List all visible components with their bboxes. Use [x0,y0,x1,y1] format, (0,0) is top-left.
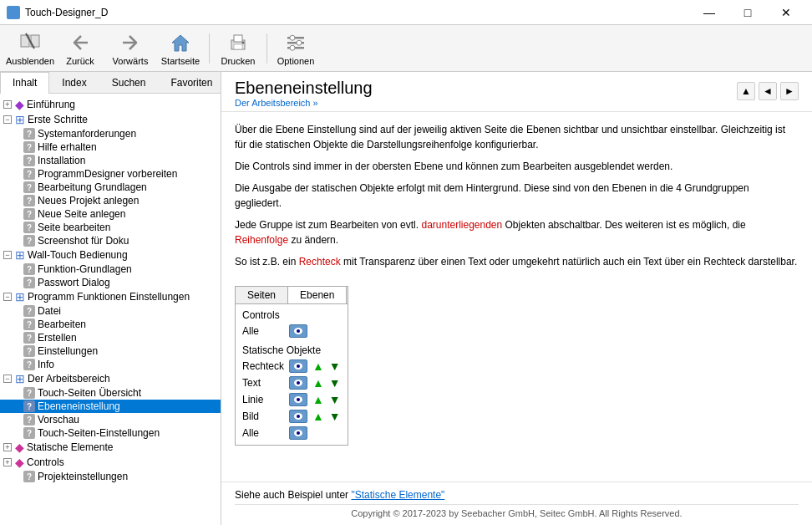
folder-icon-der-arbeitsbereich: ⊞ [15,372,25,385]
expand-erste-schritte[interactable]: − [3,115,12,124]
breadcrumb[interactable]: Der Arbeitsbereich » [235,98,373,108]
label-info: Info [38,359,54,370]
nav-forward-button[interactable]: ► [780,82,799,100]
expand-programm-funktionen[interactable]: − [3,293,12,301]
q-icon-hilfe: ? [23,141,35,153]
svg-point-9 [242,41,245,43]
tree-item-projekteinstellungen[interactable]: ? Projekteinstellungen [0,470,221,483]
zuruck-button[interactable]: Zurück [57,28,104,69]
expand-einfuhrung[interactable]: + [3,100,12,109]
label-bearbeitung: Bearbeitung Grundlagen [38,181,147,193]
tree-item-bearbeiten[interactable]: ? Bearbeiten [0,318,221,331]
arrow-up-bild[interactable]: ▲ [312,410,324,422]
tree-item-erstellen[interactable]: ? Erstellen [0,331,221,344]
section-label-controls: Controls [239,308,344,323]
minimize-button[interactable]: — [690,0,728,25]
folder-icon-controls: ◆ [15,456,24,469]
optionen-button[interactable]: Optionen [272,28,319,69]
expand-controls[interactable]: + [3,458,12,466]
tab-index[interactable]: Index [49,72,99,93]
q-icon-programmdesigner: ? [23,168,35,180]
tree-item-ebeneneinstellung[interactable]: ? Ebeneneinstellung [0,400,221,413]
expand-wall-touch[interactable]: − [3,251,12,259]
tree-item-touch-seiten[interactable]: ? Touch-Seiten Übersicht [0,386,221,400]
toolbar-separator-1 [209,33,210,64]
tree-item-touch-seiten-einstellungen[interactable]: ? Touch-Seiten-Einstellungen [0,426,221,440]
label-neue-seite: Neue Seite anlegen [38,208,125,220]
window-title: Touch-Designer_D [25,7,108,18]
eye-icon-rechteck[interactable] [289,359,307,373]
label-funktion-grundlagen: Funktion-Grundlagen [38,263,132,275]
tree-item-neue-seite[interactable]: ? Neue Seite anlegen [0,207,221,221]
tree-item-installation[interactable]: ? Installation [0,154,221,167]
tree-item-wall-touch[interactable]: − ⊞ Wall-Touch Bedienung [0,247,221,262]
svg-point-13 [290,35,295,40]
label-systemanforderungen: Systemanforderungen [38,128,136,140]
tree-item-screenshot[interactable]: ? Screenshot für Doku [0,234,221,247]
eye-pupil-bild [297,415,300,418]
arrow-down-bild[interactable]: ▼ [329,410,341,422]
eye-icon-alle[interactable] [289,426,307,440]
tab-favoriten[interactable]: Favoriten [158,72,225,93]
tree-item-passwort[interactable]: ? Passwort Dialog [0,276,221,289]
tree-item-info[interactable]: ? Info [0,358,221,371]
eye-pupil-alle [297,431,300,435]
eye-pupil-linie [297,398,300,401]
drucken-icon [226,31,250,54]
footer-copyright: Copyright © 2017-2023 by Seebacher GmbH,… [235,504,799,518]
main-area: Inhalt Index Suchen Favoriten + ◆ Einfüh… [0,72,812,525]
nav-up-button[interactable]: ▲ [737,82,755,100]
drucken-button[interactable]: Drucken [215,28,261,69]
tree-item-bearbeitung[interactable]: ? Bearbeitung Grundlagen [0,181,221,194]
tree-item-der-arbeitsbereich[interactable]: − ⊞ Der Arbeitsbereich [0,371,221,386]
optionen-icon [284,31,307,54]
tab-inhalt[interactable]: Inhalt [0,72,49,94]
maximize-button[interactable]: □ [728,0,767,25]
arrow-down-rechteck[interactable]: ▼ [329,360,341,372]
tree-item-statische-elemente[interactable]: + ◆ Statische Elemente [0,440,221,455]
startseite-button[interactable]: Startseite [157,28,204,69]
toolbar: Ausblenden Zurück Vorwärts Startseite [0,25,812,72]
tree-item-programm-funktionen[interactable]: − ⊞ Programm Funktionen Einstellungen [0,289,221,304]
tree-item-erste-schritte[interactable]: − ⊞ Erste Schritte [0,112,221,127]
eye-icon-linie[interactable] [289,393,307,406]
table-tab-ebenen[interactable]: Ebenen [288,287,347,303]
arrow-up-linie[interactable]: ▲ [312,394,324,405]
label-passwort: Passwort Dialog [38,277,110,288]
tree-item-seite-bearbeiten[interactable]: ? Seite bearbeiten [0,221,221,234]
tree-item-datei[interactable]: ? Datei [0,304,221,318]
tree-item-hilfe[interactable]: ? Hilfe erhalten [0,140,221,154]
eye-icon-controls-alle[interactable] [289,324,307,338]
expand-statische-elemente[interactable]: + [3,443,12,451]
tree-item-controls[interactable]: + ◆ Controls [0,455,221,470]
tree-item-einstellungen[interactable]: ? Einstellungen [0,344,221,358]
table-tab-seiten[interactable]: Seiten [236,287,288,303]
tree-item-einfuhrung[interactable]: + ◆ Einführung [0,97,221,112]
vorwarts-button[interactable]: Vorwärts [107,28,154,69]
nav-back-button[interactable]: ◄ [759,82,777,100]
tab-suchen[interactable]: Suchen [99,72,159,93]
footer-link-anchor[interactable]: "Statische Elemente" [351,489,444,501]
tree-item-funktion-grundlagen[interactable]: ? Funktion-Grundlagen [0,262,221,276]
content-paragraph-1: Über die Ebene Einstellung sind auf der … [235,122,799,152]
eye-icon-text[interactable] [289,376,307,390]
close-button[interactable]: ✕ [767,0,805,25]
tree-item-systemanforderungen[interactable]: ? Systemanforderungen [0,127,221,140]
expand-der-arbeitsbereich[interactable]: − [3,375,12,383]
arrow-up-text[interactable]: ▲ [312,377,324,389]
ausblenden-button[interactable]: Ausblenden [7,28,53,69]
tree-item-vorschau[interactable]: ? Vorschau [0,413,221,426]
arrow-up-rechteck[interactable]: ▲ [312,360,324,372]
q-icon-vorschau: ? [23,414,35,426]
table-row-linie: Linie ▲ ▼ [239,391,344,408]
table-row-rechteck: Rechteck ▲ ▼ [239,358,344,375]
label-touch-seiten: Touch-Seiten Übersicht [38,387,141,399]
eye-icon-bild[interactable] [289,410,307,423]
arrow-down-linie[interactable]: ▼ [329,394,341,405]
tree-item-programmdesigner[interactable]: ? ProgrammDesigner vorbereiten [0,167,221,181]
svg-rect-8 [234,35,242,42]
q-icon-systemanforderungen: ? [23,128,35,140]
arrow-down-text[interactable]: ▼ [329,377,341,389]
tree-item-neues-projekt[interactable]: ? Neues Projekt anlegen [0,194,221,207]
content-paragraph-5: So ist z.B. ein Rechteck mit Transparenz… [235,254,799,269]
